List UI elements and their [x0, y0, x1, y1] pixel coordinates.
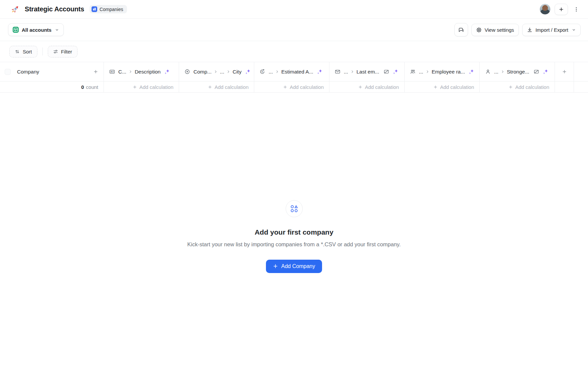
svg-text:$: $ — [262, 70, 263, 73]
plus-icon — [283, 85, 287, 89]
currency-attribute-icon: $ — [260, 69, 265, 75]
add-calculation-button[interactable]: Add calculation — [104, 82, 179, 92]
path-segment: Employee ra... — [432, 69, 465, 75]
email-attribute-icon — [335, 69, 340, 75]
count-value: 0 — [81, 84, 84, 90]
view-selector-label: All accounts — [22, 27, 51, 33]
plus-icon — [273, 264, 278, 269]
path-segment: Last em... — [356, 69, 379, 75]
view-selector-button[interactable]: All accounts — [8, 23, 64, 36]
add-calculation-label: Add calculation — [139, 84, 173, 90]
no-email-icon — [384, 69, 389, 75]
ai-sparkle-icon — [468, 69, 474, 75]
select-all-checkbox[interactable] — [5, 69, 11, 75]
add-calculation-button[interactable]: Add calculation — [179, 82, 254, 92]
path-segment: Estimated A... — [281, 69, 313, 75]
title-bar: Strategic Accounts Companies — [0, 0, 588, 19]
ai-sparkle-icon — [543, 69, 548, 75]
path-segment: ... — [269, 69, 273, 75]
text-attribute-icon: A — [109, 69, 115, 75]
person-attribute-icon — [485, 69, 491, 75]
shapes-icon — [290, 205, 298, 213]
page-title: Strategic Accounts — [25, 5, 84, 13]
breadcrumb-chevron-icon — [501, 70, 504, 74]
chat-bubble-icon — [458, 27, 464, 33]
plus-icon — [93, 69, 98, 74]
view-settings-button[interactable]: View settings — [471, 24, 519, 36]
count-label: count — [86, 84, 98, 90]
kebab-menu-icon — [574, 7, 579, 12]
ai-sparkle-icon — [164, 69, 170, 75]
add-calculation-button[interactable]: Add calculation — [254, 82, 329, 92]
path-segment: ... — [220, 69, 224, 75]
breadcrumb-chevron-icon — [129, 70, 132, 74]
sort-button[interactable]: Sort — [9, 46, 37, 57]
breadcrumb-chevron-icon — [426, 70, 429, 74]
column-header-description[interactable]: A C... Description — [104, 62, 179, 81]
empty-state: Add your first company Kick-start your n… — [0, 200, 588, 273]
add-company-label: Add Company — [281, 263, 315, 269]
summary-spacer-cell — [555, 82, 574, 92]
path-segment: Description — [135, 69, 161, 75]
plus-icon — [133, 85, 137, 89]
user-avatar[interactable] — [540, 4, 551, 15]
add-company-button[interactable]: Add Company — [266, 260, 322, 273]
object-type-badge[interactable]: Companies — [90, 5, 127, 13]
add-calculation-label: Add calculation — [365, 84, 399, 90]
view-settings-label: View settings — [485, 27, 514, 33]
path-segment: C... — [118, 69, 126, 75]
chevron-down-icon — [572, 28, 576, 32]
people-attribute-icon — [410, 69, 416, 75]
path-segment: ... — [419, 69, 423, 75]
path-segment: Comp... — [193, 69, 211, 75]
filter-sliders-icon — [53, 49, 58, 54]
breadcrumb-chevron-icon — [275, 70, 279, 74]
rocket-emoji-icon — [10, 4, 21, 15]
filter-label: Filter — [61, 49, 72, 54]
gear-icon — [476, 27, 482, 33]
plus-icon — [559, 7, 564, 12]
column-header-estimated-arr[interactable]: $ ... Estimated A... — [254, 62, 329, 81]
add-calculation-button[interactable]: Add calculation — [405, 82, 480, 92]
table-view-icon — [13, 27, 19, 33]
plus-icon — [508, 85, 513, 89]
company-building-icon — [92, 6, 97, 12]
add-calculation-button[interactable]: Add calculation — [480, 82, 555, 92]
table-header-row: Company A C... Description — [0, 62, 588, 82]
location-attribute-icon — [184, 69, 190, 75]
quick-add-button[interactable] — [555, 4, 568, 15]
sort-label: Sort — [23, 49, 32, 54]
plus-icon — [358, 85, 362, 89]
divider — [42, 47, 43, 55]
plus-icon — [433, 85, 438, 89]
plus-icon — [208, 85, 212, 89]
column-header-city[interactable]: Comp... ... City — [179, 62, 254, 81]
chevron-down-icon — [55, 28, 59, 32]
ai-sparkle-icon — [393, 69, 398, 75]
column-header-last-email[interactable]: ... Last em... — [329, 62, 405, 81]
import-export-label: Import / Export — [536, 27, 568, 33]
path-segment: ... — [494, 69, 498, 75]
comments-button[interactable] — [454, 23, 468, 36]
more-options-button[interactable] — [572, 4, 581, 15]
add-attribute-button[interactable] — [93, 69, 98, 74]
svg-text:A: A — [111, 71, 112, 73]
path-segment: City — [233, 69, 242, 75]
column-header-company[interactable]: Company — [0, 62, 104, 81]
filter-button[interactable]: Filter — [48, 46, 78, 57]
column-header-strongest-connection[interactable]: ... Stronge... — [480, 62, 555, 81]
import-export-button[interactable]: Import / Export — [522, 24, 581, 36]
add-calculation-label: Add calculation — [440, 84, 474, 90]
breadcrumb-chevron-icon — [350, 70, 354, 74]
add-calculation-label: Add calculation — [214, 84, 249, 90]
add-calculation-button[interactable]: Add calculation — [329, 82, 405, 92]
ai-sparkle-icon — [245, 69, 251, 75]
view-toolbar: All accounts View settings — [0, 19, 588, 41]
column-header-employee-range[interactable]: ... Employee ra... — [405, 62, 480, 81]
download-icon — [527, 27, 533, 33]
object-type-label: Companies — [100, 7, 123, 12]
path-segment: Stronge... — [507, 69, 529, 75]
path-segment: ... — [344, 69, 348, 75]
add-column-button[interactable] — [555, 62, 574, 81]
empty-state-title: Add your first company — [255, 228, 333, 236]
